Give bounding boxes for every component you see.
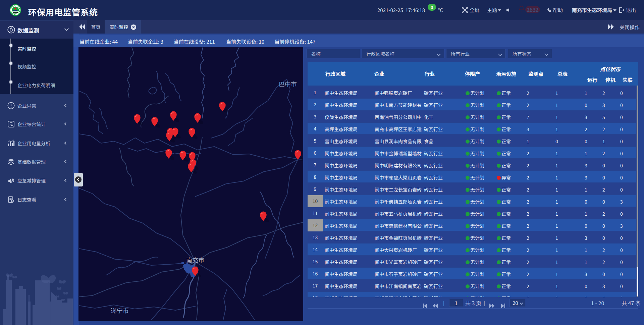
svg-text:南充市: 南充市 <box>186 255 204 264</box>
svg-text:巴中市: 巴中市 <box>279 79 297 88</box>
svg-text:遂宁市: 遂宁市 <box>111 306 129 315</box>
